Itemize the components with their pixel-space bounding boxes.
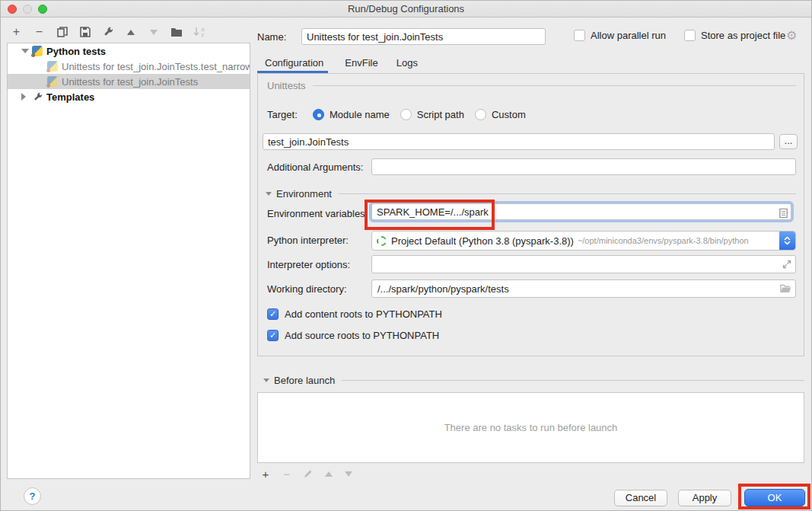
gear-icon[interactable]: ⚙ [786,28,797,43]
python-test-icon [47,61,58,72]
working-directory-label: Working directory: [267,283,347,295]
unittests-section-label: Unittests [267,80,306,91]
python-interpreter-label: Python interpreter: [267,235,349,246]
wrench-icon [32,91,43,103]
store-as-project-file-label: Store as project file [701,30,785,41]
sort-alpha-icon: az [193,26,205,39]
expand-icon[interactable] [21,93,29,101]
wrench-icon[interactable] [101,26,114,39]
tab-envfile[interactable]: EnvFile [337,57,385,69]
python-interpreter-select[interactable]: Project Default (Python 3.8 (pyspark-3.8… [371,231,796,251]
python-test-icon [47,76,58,87]
interpreter-options-label: Interpreter options: [267,259,350,270]
task-down-icon [344,469,353,478]
name-input[interactable] [301,28,546,45]
target-custom-label[interactable]: Custom [492,109,526,120]
tab-bar: Configuration EnvFile Logs [257,53,425,73]
additional-arguments-label: Additional Arguments: [267,161,363,173]
add-task-icon[interactable]: + [260,468,271,479]
collapse-icon[interactable] [266,192,272,196]
add-source-roots-checkbox[interactable]: ✓ [267,330,279,341]
tree-item-templates[interactable]: Templates [8,89,250,104]
no-tasks-message: There are no tasks to run before launch [444,422,618,433]
store-as-project-file-option[interactable]: Store as project file [684,30,785,41]
remove-task-icon: − [282,468,292,479]
target-script-path-label[interactable]: Script path [417,109,464,120]
configuration-form: Unittests Target: Module name Script pat… [257,73,804,356]
name-row: Name: [257,28,546,45]
add-icon[interactable]: + [10,26,23,39]
remove-icon[interactable]: − [33,26,46,39]
tree-item-label: Python tests [46,46,106,57]
configurations-tree: Python tests Unittests for test_join.Joi… [7,43,250,479]
collapse-icon[interactable] [263,378,269,382]
browse-button[interactable]: ... [779,134,798,149]
target-module-name-label[interactable]: Module name [330,109,390,120]
environment-variables-label: Environment variables: [267,208,368,219]
before-launch-toolbar: + − [260,467,353,481]
configurations-toolbar: + − az [10,24,205,40]
edit-task-icon [303,468,314,479]
python-tests-icon [32,46,43,56]
python-interpreter-value: Project Default (Python 3.8 (pyspark-3.8… [391,235,574,247]
environment-section-separator[interactable]: Environment [266,188,796,200]
name-label: Name: [257,31,301,43]
cancel-button[interactable]: Cancel [614,490,667,506]
add-source-roots-option[interactable]: ✓ Add source roots to PYTHONPATH [267,330,439,341]
target-row: Target: Module name Script path Custom [267,109,537,120]
chevron-up-down-icon[interactable] [779,231,795,251]
ok-button[interactable]: OK [744,489,805,506]
save-icon[interactable] [78,26,91,39]
move-down-icon [147,26,160,39]
tree-item-label: Unittests for test_join.JoinTests [62,76,198,88]
add-content-roots-option[interactable]: ✓ Add content roots to PYTHONPATH [267,308,442,320]
tree-item-unittests-jointests-selected[interactable]: Unittests for test_join.JoinTests [8,74,250,89]
interpreter-options-field[interactable] [371,255,796,273]
env-vars-list-icon[interactable] [779,209,788,219]
collapse-icon[interactable] [21,49,29,53]
environment-variables-field[interactable] [371,203,791,223]
title-bar: Run/Debug Configurations [1,1,811,18]
move-up-icon[interactable] [124,26,137,39]
add-content-roots-checkbox[interactable]: ✓ [267,308,279,320]
tree-item-label: Templates [46,91,94,103]
tab-logs[interactable]: Logs [389,57,425,69]
allow-parallel-run-label: Allow parallel run [591,30,666,41]
target-module-name-radio[interactable] [313,109,324,120]
store-as-project-file-checkbox[interactable] [684,30,696,41]
before-launch-section[interactable]: Before launch [263,375,804,386]
target-label: Target: [267,109,313,120]
apply-button[interactable]: Apply [678,490,731,506]
allow-parallel-run-option[interactable]: Allow parallel run [574,30,666,41]
target-custom-radio[interactable] [475,109,486,120]
expand-field-icon[interactable] [782,260,791,269]
conda-env-icon [377,236,387,246]
target-script-path-radio[interactable] [400,109,412,120]
new-folder-icon[interactable] [170,26,183,39]
tab-configuration[interactable]: Configuration [257,57,331,69]
tree-item-unittests-test-narrow[interactable]: Unittests for test_join.JoinTests.test_n… [8,59,250,74]
folder-icon[interactable] [780,284,791,293]
run-debug-configurations-dialog: Run/Debug Configurations + − az Python t… [0,0,812,511]
environment-section-label: Environment [276,188,332,200]
tree-item-label: Unittests for test_join.JoinTests.test_n… [62,61,250,72]
before-launch-task-list: There are no tasks to run before launch [257,392,804,463]
python-interpreter-path: ~/opt/miniconda3/envs/pyspark-3.8/bin/py… [578,236,749,245]
before-launch-label: Before launch [274,375,335,386]
additional-arguments-input[interactable] [371,158,796,175]
unittests-section-separator: Unittests [267,80,796,91]
allow-parallel-run-checkbox[interactable] [574,30,585,41]
window-title: Run/Debug Configurations [1,3,811,14]
target-input[interactable] [263,133,775,150]
working-directory-field[interactable]: /.../spark/python/pyspark/tests [371,279,796,298]
task-up-icon [324,469,333,478]
copy-icon[interactable] [56,26,68,39]
add-content-roots-label: Add content roots to PYTHONPATH [285,308,442,320]
help-button[interactable]: ? [24,487,41,505]
working-directory-value: /.../spark/python/pyspark/tests [377,283,509,295]
add-source-roots-label: Add source roots to PYTHONPATH [285,330,439,341]
tree-item-python-tests[interactable]: Python tests [8,43,250,59]
environment-variables-input[interactable] [371,203,791,220]
